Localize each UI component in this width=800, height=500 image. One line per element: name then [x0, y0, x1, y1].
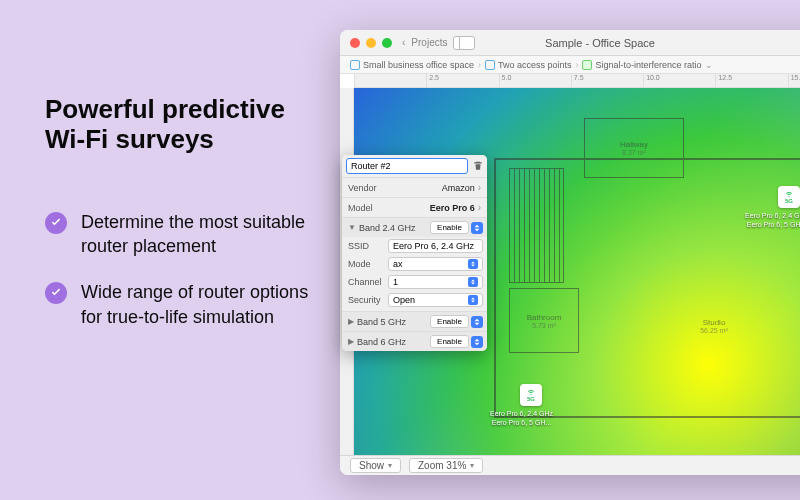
router-marker-2[interactable]: 5G	[520, 384, 542, 406]
router-ssid-2: Eero Pro 6, 2.4 GHzEero Pro 6, 5 GH...	[490, 410, 553, 428]
feature-1: Determine the most suitable router place…	[45, 210, 325, 259]
wifi-icon	[784, 190, 794, 198]
breadcrumb-item-2[interactable]: Two access points	[485, 60, 572, 70]
titlebar: ‹ Projects Sample - Office Space	[340, 30, 800, 56]
ruler-horizontal: 2.55.07.510.012.515.0	[354, 74, 800, 88]
window-title: Sample - Office Space	[545, 37, 655, 49]
stepper-icon[interactable]	[471, 316, 483, 328]
breadcrumb: Small business office space › Two access…	[340, 56, 800, 74]
dropdown-caret-icon	[468, 295, 478, 305]
show-label: Show	[359, 460, 384, 471]
visualization-icon	[582, 60, 592, 70]
mode-label: Mode	[348, 259, 383, 269]
band-6-title: Band 6 GHz	[357, 337, 430, 347]
chevron-right-icon: ›	[478, 182, 481, 193]
channel-select[interactable]: 1	[388, 275, 483, 289]
delete-router-button[interactable]	[472, 159, 483, 173]
room-area-studio: 56.25 m²	[700, 327, 728, 334]
mode-value: ax	[393, 259, 403, 269]
band-24-section[interactable]: ▼ Band 2.4 GHz Enable	[342, 217, 487, 237]
stairs-icon	[509, 168, 564, 283]
project-icon	[350, 60, 360, 70]
band-5-section[interactable]: ▶ Band 5 GHz Enable	[342, 311, 487, 331]
chevron-right-icon: ›	[478, 202, 481, 213]
breadcrumb-label-1: Small business office space	[363, 60, 474, 70]
maximize-window-button[interactable]	[382, 38, 392, 48]
chevron-right-icon: ›	[575, 60, 578, 70]
wifi-icon	[526, 388, 536, 396]
router-config-panel: Vendor Amazon› Model Eero Pro 6› ▼ Band …	[342, 155, 487, 351]
ssid-label: SSID	[348, 241, 383, 251]
back-button[interactable]: ‹	[402, 37, 405, 48]
room-label-hallway: Hallway	[620, 140, 648, 149]
zoom-dropdown[interactable]: Zoom 31% ▾	[409, 458, 483, 473]
zoom-label: Zoom 31%	[418, 460, 466, 471]
bottombar: Show ▾ Zoom 31% ▾ 44 dB	[340, 455, 800, 475]
stepper-icon[interactable]	[471, 336, 483, 348]
security-select[interactable]: Open	[388, 293, 483, 307]
dropdown-caret-icon	[468, 259, 478, 269]
router-name-input[interactable]	[346, 158, 468, 174]
router-ssid-1: Eero Pro 6, 2.4 GHzEero Pro 6, 5 GH...	[745, 212, 800, 230]
back-label: Projects	[411, 37, 447, 48]
check-icon	[45, 212, 67, 234]
triangle-right-icon: ▶	[348, 337, 354, 346]
room-area-bathroom: 5.73 m²	[532, 322, 556, 329]
chevron-right-icon: ›	[478, 60, 481, 70]
room-label-bathroom: Bathroom	[527, 313, 562, 322]
headline: Powerful predictive Wi-Fi surveys	[45, 95, 325, 155]
close-window-button[interactable]	[350, 38, 360, 48]
updown-icon: ⌄	[705, 60, 713, 70]
sidebar-toggle-icon[interactable]	[453, 36, 475, 50]
band-24-enable-button[interactable]: Enable	[430, 221, 469, 234]
band-24-title: Band 2.4 GHz	[359, 223, 430, 233]
band-6-enable-button[interactable]: Enable	[430, 335, 469, 348]
snapshot-icon	[485, 60, 495, 70]
breadcrumb-item-3[interactable]: Signal-to-interference ratio ⌄	[582, 60, 712, 70]
channel-label: Channel	[348, 277, 383, 287]
room-area-hallway: 8.37 m²	[622, 149, 646, 156]
mode-select[interactable]: ax	[388, 257, 483, 271]
security-value: Open	[393, 295, 415, 305]
ssid-value: Eero Pro 6, 2.4 GHz	[393, 241, 474, 251]
model-value: Eero Pro 6	[430, 203, 475, 213]
feature-1-text: Determine the most suitable router place…	[81, 210, 325, 259]
room-label-studio: Studio	[703, 318, 726, 327]
vendor-row[interactable]: Vendor Amazon›	[342, 177, 487, 197]
model-label: Model	[348, 203, 373, 213]
breadcrumb-label-3: Signal-to-interference ratio	[595, 60, 701, 70]
model-row[interactable]: Model Eero Pro 6›	[342, 197, 487, 217]
breadcrumb-label-2: Two access points	[498, 60, 572, 70]
triangle-right-icon: ▶	[348, 317, 354, 326]
minimize-window-button[interactable]	[366, 38, 376, 48]
vendor-value: Amazon	[442, 183, 475, 193]
feature-2-text: Wide range of router options for true-to…	[81, 280, 325, 329]
router-band: 5G	[785, 198, 793, 204]
check-icon	[45, 282, 67, 304]
band-5-enable-button[interactable]: Enable	[430, 315, 469, 328]
feature-2: Wide range of router options for true-to…	[45, 280, 325, 329]
router-marker-1[interactable]: 5G	[778, 186, 800, 208]
show-dropdown[interactable]: Show ▾	[350, 458, 401, 473]
band-5-title: Band 5 GHz	[357, 317, 430, 327]
chevron-down-icon: ▾	[470, 461, 474, 470]
stepper-icon[interactable]	[471, 222, 483, 234]
security-label: Security	[348, 295, 383, 305]
band-6-section[interactable]: ▶ Band 6 GHz Enable	[342, 331, 487, 351]
breadcrumb-item-1[interactable]: Small business office space	[350, 60, 474, 70]
router-band: 5G	[527, 396, 535, 402]
triangle-down-icon: ▼	[348, 223, 356, 232]
channel-value: 1	[393, 277, 398, 287]
chevron-down-icon: ▾	[388, 461, 392, 470]
dropdown-caret-icon	[468, 277, 478, 287]
ssid-field: Eero Pro 6, 2.4 GHz	[388, 239, 483, 253]
vendor-label: Vendor	[348, 183, 377, 193]
